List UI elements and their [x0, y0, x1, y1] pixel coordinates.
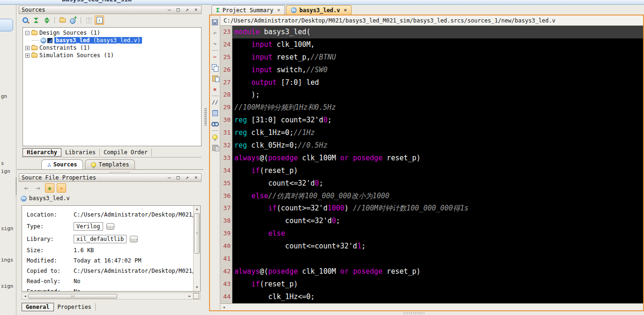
- comment-button[interactable]: //: [210, 97, 220, 108]
- clipped-label: sign: [1, 283, 14, 289]
- code-area[interactable]: 2324252627282930313233343536373839404142…: [220, 26, 643, 303]
- editor-tab-basys3-led-v[interactable]: vebasys3_led.v×: [286, 5, 352, 15]
- collapse-all-button[interactable]: [31, 15, 41, 25]
- undo-button[interactable]: ↶: [210, 28, 220, 38]
- tab-compile-order[interactable]: Compile Order: [100, 149, 152, 156]
- maximize-icon[interactable]: □: [175, 7, 181, 13]
- line-number: 33: [220, 152, 231, 165]
- bottom-splitter-handle[interactable]: [403, 312, 425, 315]
- save-button[interactable]: [210, 17, 220, 28]
- scrollbar-thumb[interactable]: [194, 213, 200, 254]
- snippet-button[interactable]: [210, 142, 220, 153]
- expand-all-button[interactable]: [42, 15, 52, 25]
- cut-button[interactable]: ✂: [210, 52, 220, 62]
- property-label: Type:: [27, 223, 74, 230]
- lightbulb-button[interactable]: [210, 132, 220, 142]
- sources-icon: ∴: [47, 161, 51, 168]
- code-text[interactable]: module basys3_led( input clk_100M, input…: [232, 26, 643, 303]
- toolbar-separator: [212, 130, 218, 131]
- back-button[interactable]: ←: [22, 183, 31, 193]
- panel-tab-sources[interactable]: ∴Sources: [41, 159, 83, 169]
- left-edge-strip: gnsignsigningssign: [0, 5, 16, 315]
- close-icon[interactable]: ×: [277, 7, 280, 13]
- delete-button[interactable]: ×: [210, 84, 220, 95]
- toolbar-separator: [54, 17, 55, 23]
- property-row-library: Library:xil_defaultlib...: [22, 232, 200, 245]
- scrollbar-thumb[interactable]: [28, 294, 117, 299]
- add-source-button[interactable]: [68, 15, 78, 25]
- expander-icon[interactable]: +: [25, 53, 30, 58]
- scroll-left-icon[interactable]: ◄: [23, 294, 27, 298]
- code-line: output [7:0] led: [232, 76, 643, 89]
- scroll-right-icon[interactable]: ►: [187, 294, 192, 298]
- float-icon[interactable]: ↗: [184, 7, 190, 13]
- browse-button[interactable]: ...: [130, 236, 138, 242]
- tree-item-basys3-led[interactable]: vebasys3_led (basys3_led.v): [23, 37, 201, 44]
- property-value: Today at 16:47:02 PM: [74, 257, 142, 264]
- expander-icon[interactable]: +: [25, 46, 30, 50]
- gear-button[interactable]: ✱: [45, 183, 54, 193]
- flow-navigator-button-fragment[interactable]: [0, 19, 13, 31]
- vertical-splitter-handle[interactable]: [204, 108, 207, 126]
- property-label: Modified:: [27, 257, 74, 264]
- minimize-icon[interactable]: –: [166, 7, 172, 13]
- paste-button[interactable]: [210, 73, 220, 84]
- cursor-button[interactable]: ➤: [57, 183, 66, 193]
- code-line: [232, 253, 643, 265]
- find-button[interactable]: [210, 119, 220, 129]
- property-value: No: [74, 278, 80, 285]
- close-icon[interactable]: ×: [193, 174, 199, 181]
- scroll-to-selected-button[interactable]: ↓: [95, 15, 104, 25]
- close-icon[interactable]: ×: [193, 7, 199, 13]
- line-number: 42: [220, 265, 231, 278]
- close-icon[interactable]: ×: [344, 7, 347, 13]
- tab-hierarchy[interactable]: Hierarchy: [22, 148, 61, 157]
- line-number: 23: [220, 26, 231, 38]
- window-titlebar: basys3_led_M021_sim: [0, 0, 644, 5]
- maximize-icon[interactable]: □: [175, 174, 181, 181]
- properties-vertical-scrollbar[interactable]: ▲ ▼: [193, 206, 200, 291]
- editor-horizontal-scrollbar[interactable]: ◄: [220, 303, 643, 310]
- code-line: else//仿真时将100_000_000改小为1000: [232, 190, 643, 202]
- block-button[interactable]: [210, 108, 220, 119]
- scroll-up-icon[interactable]: ▲: [194, 206, 200, 212]
- scroll-down-icon[interactable]: ▼: [194, 285, 200, 291]
- vertical-splitter[interactable]: [203, 5, 208, 315]
- line-number: 31: [220, 127, 231, 139]
- scroll-left-icon[interactable]: ◄: [222, 305, 226, 309]
- code-line: );: [232, 89, 643, 101]
- clipped-label: gn: [1, 93, 7, 99]
- property-label: Copied to:: [27, 268, 74, 274]
- open-folder-icon: [60, 18, 66, 22]
- minimize-icon[interactable]: –: [166, 174, 172, 181]
- tab-properties[interactable]: Properties: [54, 303, 96, 311]
- size-grip[interactable]: [193, 293, 199, 299]
- open-folder-button[interactable]: [58, 15, 67, 25]
- left-panel: Sources –□↗× ?↓ −Design Sources (1)vebas…: [17, 5, 203, 315]
- tree-item-constraints[interactable]: +Constraints (1): [23, 44, 201, 52]
- editor-tab-project-summary[interactable]: ΣProject Summary×: [211, 5, 285, 15]
- tab-libraries[interactable]: Libraries: [61, 149, 100, 156]
- property-input[interactable]: xil_defaultlib: [74, 235, 127, 243]
- float-icon[interactable]: ↗: [184, 174, 190, 181]
- properties-panel-title: Source File Properties: [22, 174, 96, 181]
- tree-item-design-sources[interactable]: −Design Sources (1): [23, 29, 201, 37]
- panel-tab-label: Templates: [98, 161, 129, 168]
- properties-horizontal-scrollbar[interactable]: ◄ ►: [22, 292, 201, 300]
- expander-icon[interactable]: −: [25, 31, 30, 35]
- browse-button[interactable]: ...: [106, 223, 114, 230]
- tab-general[interactable]: General: [22, 303, 54, 311]
- panel-tab-templates[interactable]: Templates: [85, 159, 135, 169]
- property-input[interactable]: Verilog: [74, 222, 103, 231]
- search-button[interactable]: [21, 15, 30, 25]
- help-button[interactable]: ?: [84, 15, 93, 25]
- editor-tab-label: Project Summary: [223, 7, 273, 14]
- redo-button[interactable]: ↷: [210, 38, 220, 49]
- tree-item-simulation-sources[interactable]: +Simulation Sources (1): [23, 52, 201, 59]
- lightbulb-icon: [212, 135, 217, 140]
- forward-button[interactable]: →: [33, 183, 43, 193]
- copy-button[interactable]: [210, 62, 220, 73]
- sources-toolbar: ?↓: [17, 14, 202, 26]
- line-number: 39: [220, 227, 231, 240]
- editor-panel: ΣProject Summary×vebasys3_led.v× ↶↷✂×// …: [208, 5, 644, 315]
